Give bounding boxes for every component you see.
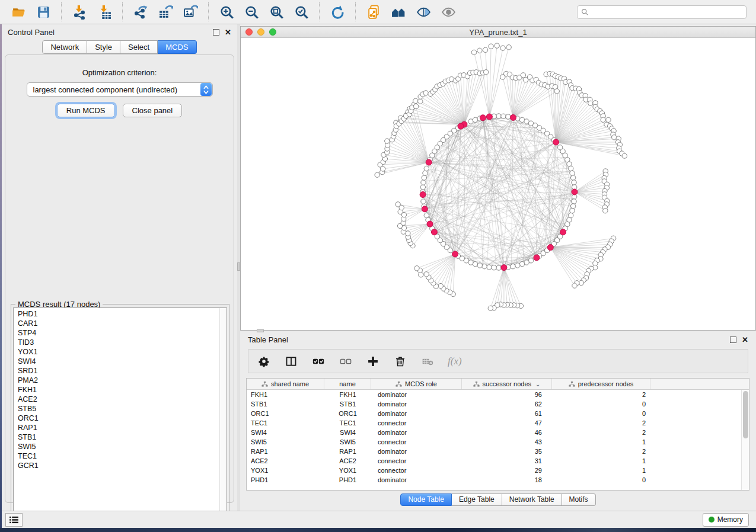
delete-table-icon[interactable] <box>420 354 435 368</box>
column-header-successor-nodes[interactable]: successor nodes⌄ <box>462 379 552 389</box>
zoom-out-icon[interactable] <box>243 4 260 20</box>
table-row[interactable]: SWI4SWI4dominator462 <box>247 428 741 437</box>
search-box[interactable] <box>577 5 747 19</box>
network-window-titlebar[interactable]: YPA_prune.txt_1 <box>241 27 755 38</box>
cell-name[interactable]: PHD1 <box>324 475 371 485</box>
mcds-result-item[interactable]: SRD1 <box>14 366 219 376</box>
close-table-panel-icon[interactable]: ✕ <box>742 336 748 343</box>
cell-shared_name[interactable]: TEC1 <box>247 418 324 428</box>
cell-shared_name[interactable]: FKH1 <box>247 390 324 399</box>
refresh-icon[interactable] <box>328 4 346 20</box>
cell-successor_nodes[interactable]: 62 <box>462 399 552 409</box>
cell-successor_nodes[interactable]: 29 <box>462 466 552 475</box>
mcds-result-item[interactable]: SWI5 <box>14 442 219 451</box>
mcds-result-item[interactable]: STP4 <box>14 328 219 338</box>
table-scrollbar[interactable] <box>741 390 749 490</box>
cell-shared_name[interactable]: STB1 <box>247 399 324 409</box>
zoom-selected-icon[interactable] <box>292 4 310 20</box>
mcds-result-item[interactable]: ACE2 <box>14 395 219 404</box>
cell-predecessor_nodes[interactable]: 0 <box>552 475 650 485</box>
column-header-name[interactable]: name <box>324 379 371 389</box>
memory-button[interactable]: Memory <box>703 513 749 527</box>
cell-mcds_role[interactable]: dominator <box>371 428 462 437</box>
houses-icon[interactable] <box>390 4 407 20</box>
mcds-result-item[interactable]: PHD1 <box>14 309 219 319</box>
cell-shared_name[interactable]: YOX1 <box>247 466 324 475</box>
cell-mcds_role[interactable]: dominator <box>371 399 462 409</box>
cell-shared_name[interactable]: SWI4 <box>247 428 324 437</box>
mcds-result-item[interactable]: PMA2 <box>14 376 219 385</box>
table-row[interactable]: ACE2ACE2connector311 <box>247 456 741 466</box>
cell-name[interactable]: RAP1 <box>324 447 371 456</box>
cell-successor_nodes[interactable]: 46 <box>462 428 552 437</box>
select-all-rows-icon[interactable] <box>311 354 326 368</box>
table-row[interactable]: TEC1TEC1connector472 <box>247 418 741 428</box>
tab-network[interactable]: Network <box>42 40 87 54</box>
cell-successor_nodes[interactable]: 43 <box>462 437 552 447</box>
tab-style[interactable]: Style <box>87 40 120 54</box>
cell-name[interactable]: SWI4 <box>324 428 371 437</box>
cell-mcds_role[interactable]: dominator <box>371 390 462 399</box>
zoom-fit-icon[interactable] <box>267 4 285 20</box>
cell-mcds_role[interactable]: dominator <box>371 475 462 485</box>
zoom-in-icon[interactable] <box>218 4 235 20</box>
cell-shared_name[interactable]: ORC1 <box>247 409 324 418</box>
criterion-dropdown[interactable]: largest connected component (undirected) <box>27 82 213 97</box>
cell-name[interactable]: STB1 <box>324 399 371 409</box>
mcds-result-item[interactable]: TID3 <box>14 338 219 347</box>
mcds-result-item[interactable]: SWI4 <box>14 357 219 366</box>
cell-predecessor_nodes[interactable]: 1 <box>552 437 650 447</box>
table-scrollbar-thumb[interactable] <box>743 391 748 438</box>
float-panel-icon[interactable] <box>213 29 219 36</box>
export-network-icon[interactable] <box>132 4 149 20</box>
cell-shared_name[interactable]: ACE2 <box>247 456 324 466</box>
run-mcds-button[interactable]: Run MCDS <box>57 104 115 117</box>
cell-successor_nodes[interactable]: 31 <box>462 456 552 466</box>
show-columns-icon[interactable] <box>284 354 298 368</box>
hide-graphics-icon[interactable] <box>414 4 432 20</box>
close-panel-icon[interactable]: ✕ <box>225 29 231 36</box>
column-header-shared-name[interactable]: shared name <box>247 379 324 389</box>
export-image-icon[interactable] <box>181 4 199 20</box>
cell-mcds_role[interactable]: dominator <box>371 447 462 456</box>
delete-columns-icon[interactable] <box>393 354 407 368</box>
cell-successor_nodes[interactable]: 18 <box>462 475 552 485</box>
cell-successor_nodes[interactable]: 47 <box>462 418 552 428</box>
cell-name[interactable]: ACE2 <box>324 456 371 466</box>
import-network-icon[interactable] <box>71 4 88 20</box>
cell-shared_name[interactable]: SWI5 <box>247 437 324 447</box>
table-row[interactable]: YOX1YOX1connector291 <box>247 466 741 475</box>
cell-name[interactable]: ORC1 <box>324 409 371 418</box>
table-row[interactable]: SWI5SWI5connector431 <box>247 437 741 447</box>
cell-mcds_role[interactable]: connector <box>371 466 462 475</box>
network-from-document-icon[interactable] <box>365 4 382 20</box>
cell-mcds_role[interactable]: dominator <box>371 409 462 418</box>
cell-predecessor_nodes[interactable]: 0 <box>552 409 650 418</box>
table-tab-motifs[interactable]: Motifs <box>562 493 596 506</box>
mcds-result-item[interactable]: RAP1 <box>14 423 219 432</box>
function-builder-icon[interactable]: f(x) <box>448 355 462 367</box>
table-mode-gear-icon[interactable] <box>257 354 271 368</box>
export-table-icon[interactable] <box>157 4 174 20</box>
cell-predecessor_nodes[interactable]: 1 <box>552 456 650 466</box>
float-table-panel-icon[interactable] <box>730 336 736 343</box>
mcds-result-item[interactable]: GCR1 <box>14 461 219 470</box>
cell-predecessor_nodes[interactable]: 2 <box>552 390 650 399</box>
cell-successor_nodes[interactable]: 35 <box>462 447 552 456</box>
cell-predecessor_nodes[interactable]: 0 <box>552 399 650 409</box>
mcds-result-item[interactable]: YOX1 <box>14 347 219 357</box>
column-header-predecessor-nodes[interactable]: predecessor nodes <box>552 379 650 389</box>
cell-name[interactable]: TEC1 <box>324 418 371 428</box>
cell-shared_name[interactable]: RAP1 <box>247 447 324 456</box>
mcds-result-item[interactable]: ORC1 <box>14 414 219 423</box>
table-row[interactable]: STB1STB1dominator620 <box>247 399 741 409</box>
cell-mcds_role[interactable]: connector <box>371 456 462 466</box>
mcds-result-item[interactable]: TEC1 <box>14 451 219 461</box>
table-tab-node-table[interactable]: Node Table <box>400 493 452 506</box>
cell-predecessor_nodes[interactable]: 2 <box>552 418 650 428</box>
column-header-MCDS-role[interactable]: MCDS role <box>371 379 462 389</box>
search-input[interactable] <box>591 8 742 16</box>
save-session-icon[interactable] <box>34 4 52 20</box>
cell-mcds_role[interactable]: connector <box>371 437 462 447</box>
cell-successor_nodes[interactable]: 96 <box>462 390 552 399</box>
